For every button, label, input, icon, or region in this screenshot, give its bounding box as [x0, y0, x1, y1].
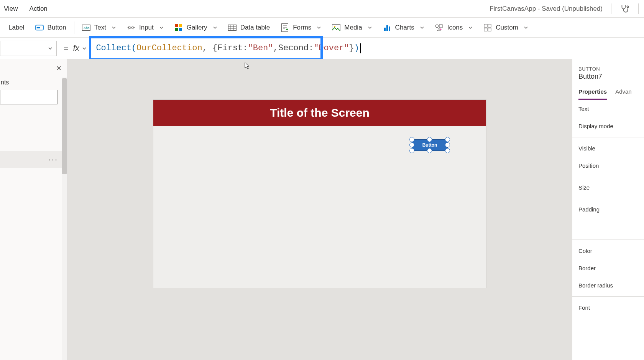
svg-point-24	[334, 26, 335, 27]
ribbon-label-text: Label	[8, 24, 25, 31]
properties-pane: BUTTON Button7 Properties Advan Text Dis…	[572, 59, 644, 360]
formula-token-punc: :	[309, 43, 314, 53]
ribbon-input-label: Input	[139, 24, 154, 31]
canvas-area: Title of the Screen Button	[67, 59, 572, 360]
tab-properties[interactable]: Properties	[578, 85, 607, 100]
svg-rect-2	[36, 27, 40, 28]
chevron-down-icon	[524, 25, 528, 30]
formula-token-identifier: OurCollection	[136, 43, 202, 53]
ribbon-gallery[interactable]: Gallery	[169, 18, 223, 37]
chevron-down-icon	[368, 25, 372, 30]
fx-button[interactable]: fx	[73, 44, 87, 53]
prop-row-padding[interactable]: Padding	[572, 196, 644, 218]
ribbon-icons[interactable]: Icons	[430, 18, 478, 37]
ribbon-custom-label: Custom	[496, 24, 518, 31]
prop-row-position[interactable]: Position	[572, 157, 644, 174]
custom-icon	[483, 23, 492, 32]
svg-rect-33	[488, 28, 491, 31]
resize-handle[interactable]	[445, 142, 450, 147]
prop-row-size[interactable]: Size	[572, 174, 644, 196]
formula-token-string: "Dover"	[314, 43, 349, 53]
tree-item-selected[interactable]: ···	[0, 151, 67, 168]
tree-search-input[interactable]	[0, 90, 58, 104]
svg-rect-13	[179, 28, 182, 31]
selected-control-type: BUTTON	[572, 59, 644, 73]
menu-view[interactable]: View	[4, 5, 18, 13]
text-icon: Abc	[82, 23, 90, 32]
svg-rect-10	[175, 24, 178, 27]
ribbon-media[interactable]: Media	[327, 18, 377, 37]
menu-action[interactable]: Action	[30, 5, 48, 13]
resize-handle[interactable]	[409, 142, 414, 147]
chevron-down-icon	[159, 25, 164, 30]
ribbon-text[interactable]: Abc Text	[77, 18, 122, 37]
equals-sign: =	[64, 43, 69, 53]
close-icon[interactable]: ✕	[56, 64, 62, 73]
svg-rect-30	[484, 24, 487, 27]
property-dropdown[interactable]	[0, 41, 57, 56]
svg-rect-14	[228, 25, 236, 30]
svg-rect-25	[384, 28, 386, 31]
svg-rect-31	[488, 24, 491, 27]
input-icon	[127, 23, 135, 32]
svg-point-6	[129, 26, 131, 29]
separator	[572, 239, 644, 240]
svg-rect-32	[484, 28, 487, 31]
prop-row-font[interactable]: Font	[572, 299, 644, 316]
ribbon-custom[interactable]: Custom	[478, 18, 534, 37]
scrollbar-thumb[interactable]	[62, 78, 67, 174]
separator	[638, 3, 639, 14]
canvas-selected-button[interactable]: Button	[412, 139, 448, 151]
chevron-down-icon	[112, 25, 116, 30]
prop-row-color[interactable]: Color	[572, 242, 644, 259]
chevron-down-icon	[420, 25, 424, 30]
ribbon-label[interactable]: Label	[3, 18, 30, 37]
fx-icon: fx	[73, 44, 79, 53]
ribbon-button[interactable]: Button	[30, 18, 72, 37]
resize-handle[interactable]	[445, 148, 450, 153]
formula-input[interactable]: Collect(OurCollection, {First: "Ben", Se…	[89, 38, 644, 59]
svg-rect-19	[282, 23, 288, 31]
selected-control-name[interactable]: Button7	[572, 73, 644, 85]
svg-rect-26	[386, 25, 388, 31]
prop-row-border-radius[interactable]: Border radius	[572, 277, 644, 294]
formula-token-function: Collect	[96, 43, 131, 53]
left-scrollbar[interactable]	[62, 78, 67, 360]
svg-rect-12	[175, 28, 178, 31]
ribbon-media-label: Media	[344, 24, 362, 31]
formula-token-punc: }	[349, 43, 354, 53]
separator	[572, 296, 644, 297]
resize-handle[interactable]	[427, 148, 432, 153]
ribbon-input[interactable]: Input	[122, 18, 169, 37]
button-icon	[35, 23, 44, 32]
resize-handle[interactable]	[409, 148, 414, 153]
prop-row-border[interactable]: Border	[572, 259, 644, 277]
svg-text:Abc: Abc	[84, 26, 90, 30]
ribbon-data-table-label: Data table	[240, 24, 270, 31]
prop-row-display-mode[interactable]: Display mode	[572, 117, 644, 135]
prop-row-visible[interactable]: Visible	[572, 140, 644, 157]
resize-handle[interactable]	[427, 137, 432, 142]
tree-view-pane: ✕ nts ···	[0, 59, 67, 360]
ribbon-forms[interactable]: Forms	[275, 18, 327, 37]
separator	[611, 3, 611, 14]
app-checker-icon[interactable]	[620, 4, 630, 14]
chevron-down-icon	[82, 46, 87, 51]
formula-bar: = fx Collect(OurCollection, {First: "Ben…	[0, 38, 644, 59]
ribbon-button-text: Button	[48, 24, 66, 31]
ribbon-charts[interactable]: Charts	[378, 18, 430, 37]
ribbon-data-table[interactable]: Data table	[223, 18, 276, 37]
icons-icon	[435, 23, 444, 32]
tab-advanced[interactable]: Advan	[615, 85, 632, 100]
resize-handle[interactable]	[409, 137, 414, 142]
ribbon-gallery-label: Gallery	[187, 24, 207, 31]
formula-token-key: Second	[278, 43, 309, 53]
resize-handle[interactable]	[445, 137, 450, 142]
prop-row-text[interactable]: Text	[572, 100, 644, 117]
top-menu-bar: View Action FirstCanvasApp - Saved (Unpu…	[0, 0, 644, 18]
formula-token-key: First	[217, 43, 243, 53]
media-icon	[332, 23, 340, 32]
chevron-down-icon	[468, 25, 473, 30]
app-canvas[interactable]: Title of the Screen Button	[153, 100, 486, 288]
ribbon-charts-label: Charts	[395, 24, 414, 31]
